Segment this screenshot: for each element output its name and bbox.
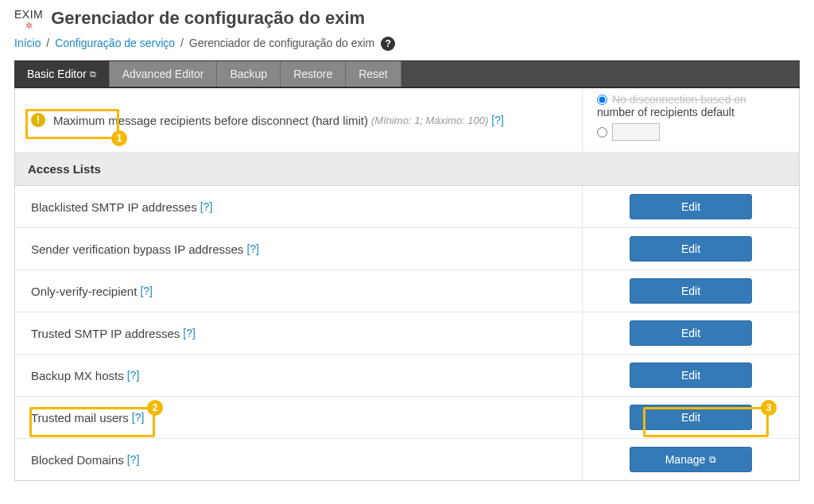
tab-reset[interactable]: Reset	[346, 61, 401, 87]
manage-button[interactable]: Manage ⧉	[630, 447, 752, 472]
custom-value-input[interactable]	[612, 123, 660, 141]
breadcrumb-current: Gerenciador de configuração do exim	[189, 37, 374, 49]
setting-label: Trusted SMTP IP addresses	[31, 327, 180, 340]
help-link[interactable]: [?]	[127, 453, 140, 466]
help-link[interactable]: [?]	[132, 411, 145, 424]
setting-label: Maximum message recipients before discon…	[53, 114, 368, 127]
setting-label: Sender verification bypass IP addresses	[31, 242, 243, 256]
setting-row-max-recipients: ! Maximum message recipients before disc…	[15, 88, 799, 153]
setting-row-blacklisted-smtp: Blacklisted SMTP IP addresses [?] Edit	[15, 186, 799, 228]
edit-button[interactable]: Edit	[630, 320, 752, 346]
external-link-icon: ⧉	[90, 69, 96, 79]
setting-row-only-verify-recipient: Only-verify-recipient [?] Edit	[15, 270, 799, 312]
setting-label: Blocked Domains	[31, 453, 124, 467]
help-link[interactable]: [?]	[246, 242, 259, 255]
breadcrumb-home[interactable]: Início	[14, 37, 41, 49]
setting-row-backup-mx: Backup MX hosts [?] Edit	[15, 355, 799, 397]
button-label: Manage	[665, 453, 706, 466]
setting-row-trusted-mail-users: Trusted mail users [?] Edit	[15, 397, 799, 439]
tabs-bar: Basic Editor ⧉ Advanced Editor Backup Re…	[14, 60, 800, 88]
warning-icon: !	[31, 113, 45, 127]
radio-no-disconnect[interactable]	[597, 95, 607, 105]
help-link[interactable]: [?]	[200, 200, 213, 213]
setting-label: Blacklisted SMTP IP addresses	[31, 200, 197, 214]
default-label: default	[701, 106, 735, 118]
tab-basic-editor[interactable]: Basic Editor ⧉	[14, 61, 110, 87]
setting-row-trusted-smtp: Trusted SMTP IP addresses [?] Edit	[15, 312, 799, 355]
tab-restore[interactable]: Restore	[281, 61, 346, 87]
breadcrumb: Início / Configuração de serviço / Geren…	[0, 37, 814, 60]
edit-button[interactable]: Edit	[630, 236, 752, 262]
external-link-icon: ⧉	[709, 454, 716, 465]
edit-button[interactable]: Edit	[630, 362, 752, 388]
setting-row-blocked-domains: Blocked Domains [?] Manage ⧉	[15, 439, 799, 480]
tab-label: Basic Editor	[27, 68, 87, 80]
exim-logo: EXIM ✲	[14, 8, 43, 30]
setting-row-sender-verification-bypass: Sender verification bypass IP addresses …	[15, 228, 799, 270]
edit-button[interactable]: Edit	[630, 278, 752, 304]
setting-label: Only-verify-recipient	[31, 285, 137, 298]
tab-backup[interactable]: Backup	[217, 61, 281, 87]
help-link[interactable]: [?]	[183, 327, 196, 339]
breadcrumb-service-config[interactable]: Configuração de serviço	[55, 37, 175, 49]
edit-button[interactable]: Edit	[630, 405, 752, 430]
page-title: Gerenciador de configuração do exim	[51, 8, 365, 29]
help-link[interactable]: [?]	[140, 285, 153, 297]
radio-label-line1: No disconnection based on	[612, 93, 746, 106]
help-icon[interactable]: ?	[381, 37, 395, 51]
radio-custom-value[interactable]	[597, 127, 607, 138]
setting-label: Trusted mail users	[31, 411, 129, 425]
edit-button[interactable]: Edit	[630, 194, 752, 219]
logo-text: EXIM	[14, 8, 43, 21]
radio-label-line2: number of recipients	[597, 106, 698, 118]
section-header-access-lists: Access Lists	[15, 153, 799, 186]
help-link[interactable]: [?]	[491, 114, 504, 126]
setting-label: Backup MX hosts	[31, 369, 124, 382]
setting-hint: (Mínimo: 1; Máximo: 100)	[371, 114, 488, 126]
tab-advanced-editor[interactable]: Advanced Editor	[110, 61, 218, 87]
help-link[interactable]: [?]	[127, 369, 140, 382]
gear-icon: ✲	[25, 21, 33, 30]
